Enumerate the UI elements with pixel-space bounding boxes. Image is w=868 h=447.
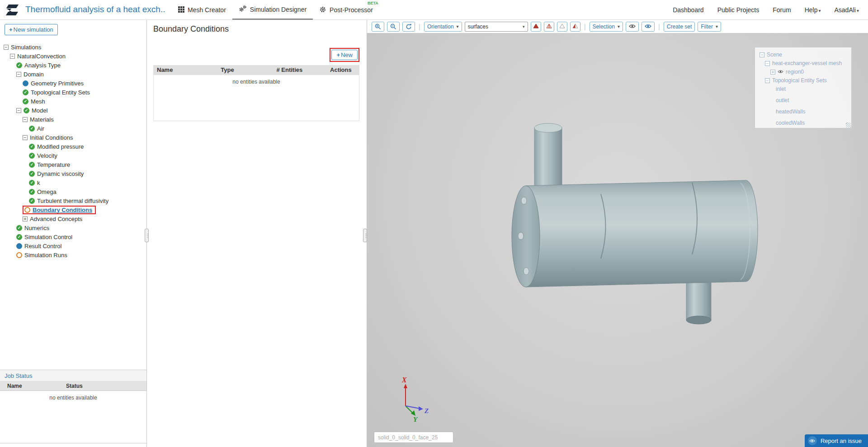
tree-item-result-control[interactable]: Result Control	[0, 241, 146, 250]
bc-table-header: NameType# EntitiesActions	[153, 65, 359, 75]
zoom-in-button[interactable]	[372, 22, 384, 32]
camera-eye-icon	[808, 436, 817, 445]
highlight-box-new: + New	[330, 48, 359, 62]
tree-item-k[interactable]: k	[0, 178, 146, 187]
tree-item-modified-pressure[interactable]: Modified pressure	[0, 142, 146, 151]
tab-label: Mesh Creator	[188, 6, 226, 14]
tab-simulation-designer[interactable]: Simulation Designer	[232, 0, 313, 20]
scene-mesh-item[interactable]: − heat-exchanger-vessel mesh	[765, 60, 851, 66]
hide-selection-button[interactable]	[626, 22, 639, 32]
scene-set-inlet[interactable]: inlet	[776, 86, 851, 92]
tree-item-label: Result Control	[24, 243, 61, 249]
main-nav: Mesh Creator Simulation Designer Post-Pr…	[172, 0, 379, 20]
scene-set-outlet[interactable]: outlet	[776, 97, 851, 104]
new-boundary-condition-button[interactable]: + New	[331, 50, 358, 60]
create-set-button[interactable]: Create set	[664, 22, 695, 32]
collapse-icon[interactable]: −	[760, 52, 764, 57]
tree-item-label: Simulations	[11, 44, 41, 51]
filter-dropdown[interactable]: Filter ▾	[698, 22, 721, 32]
view-mode-surface-button[interactable]	[557, 22, 567, 32]
tree-item-label: Initial Conditions	[30, 134, 73, 141]
scene-region-item[interactable]: + region0	[770, 69, 851, 75]
tree-item-turbulent-thermal-diffusivity[interactable]: Turbulent thermal diffusivity	[0, 196, 146, 205]
header-link-public-projects[interactable]: Public Projects	[717, 6, 760, 14]
surfaces-selected-value: surfaces	[468, 24, 488, 30]
tree-item-simulation-control[interactable]: Simulation Control	[0, 232, 146, 241]
tree-item-geometry-primitives[interactable]: Geometry Primitives	[0, 79, 146, 88]
tree-item-analysis-type[interactable]: Analysis Type	[0, 61, 146, 70]
selected-face-input[interactable]	[374, 432, 453, 443]
selection-label: Selection	[593, 24, 615, 30]
tree-item-numerics[interactable]: Numerics	[0, 223, 146, 232]
tree-item-air[interactable]: Air	[0, 124, 146, 133]
panel-splitter-handle[interactable]: ⋮	[363, 229, 367, 242]
tab-post-processor[interactable]: Post-Processor BETA	[313, 0, 379, 20]
tree-item-boundary-conditions[interactable]: Boundary Conditions	[0, 205, 146, 214]
resize-grip[interactable]	[846, 122, 851, 127]
tree-item-temperature[interactable]: Temperature	[0, 160, 146, 169]
render-canvas[interactable]: − Scene − heat-exchanger-vessel mesh + r…	[367, 33, 868, 447]
collapse-icon[interactable]: −	[10, 54, 15, 59]
collapse-icon[interactable]: −	[765, 61, 770, 66]
create-set-label: Create set	[667, 24, 692, 30]
tree-item-topological-entity-sets[interactable]: Topological Entity Sets	[0, 88, 146, 97]
header-link-forum[interactable]: Forum	[773, 6, 791, 14]
header-link-help[interactable]: Help▾	[805, 6, 821, 14]
tree-item-omega[interactable]: Omega	[0, 187, 146, 196]
expand-icon[interactable]: +	[23, 216, 28, 221]
scene-set-heatedwalls[interactable]: heatedWalls	[776, 108, 851, 115]
refresh-view-button[interactable]	[402, 22, 415, 32]
check-icon	[29, 162, 35, 168]
scene-tree-panel[interactable]: − Scene − heat-exchanger-vessel mesh + r…	[755, 47, 852, 128]
tree-item-simulation-runs[interactable]: Simulation Runs	[0, 250, 146, 259]
view-mode-solid-button[interactable]	[531, 22, 541, 32]
app-logo-icon[interactable]	[5, 3, 20, 17]
collapse-icon[interactable]: −	[23, 135, 28, 140]
expand-icon[interactable]: +	[770, 70, 775, 75]
plus-icon: +	[336, 52, 340, 58]
surfaces-select[interactable]: surfaces ▾	[465, 22, 528, 32]
tree-item-label: Advanced Concepts	[30, 216, 82, 222]
report-issue-button[interactable]: Report an issue	[805, 434, 868, 447]
tree-item-label: Materials	[30, 116, 54, 123]
highlight-box: Boundary Conditions	[23, 206, 96, 214]
tree-item-velocity[interactable]: Velocity	[0, 151, 146, 160]
tree-item-simulations[interactable]: −Simulations	[0, 42, 146, 52]
collapse-icon[interactable]: −	[16, 108, 21, 113]
new-simulation-button[interactable]: + New simulation	[5, 24, 58, 35]
view-mode-wireframe-button[interactable]	[544, 22, 554, 32]
tree-item-initial-conditions[interactable]: −Initial Conditions	[0, 133, 146, 142]
scene-set-label: inlet	[776, 86, 786, 92]
collapse-icon[interactable]: −	[23, 117, 28, 122]
tree-item-model[interactable]: −Model	[0, 106, 146, 115]
tab-mesh-creator[interactable]: Mesh Creator	[172, 0, 232, 20]
chevron-down-icon: ▾	[618, 24, 620, 29]
header-link-asadali[interactable]: AsadAli▾	[835, 6, 859, 14]
orientation-dropdown[interactable]: Orientation ▾	[424, 22, 462, 32]
show-all-button[interactable]	[642, 22, 655, 32]
tree-item-materials[interactable]: −Materials	[0, 115, 146, 124]
collapse-icon[interactable]: −	[4, 45, 9, 50]
check-icon	[24, 108, 29, 113]
sidebar-splitter-handle[interactable]: ⋮	[145, 229, 149, 242]
bc-table-empty: no entities available	[153, 75, 359, 121]
scene-root-item[interactable]: − Scene	[760, 52, 851, 58]
header-link-dashboard[interactable]: Dashboard	[673, 6, 704, 14]
boundary-conditions-panel: Boundary Conditions + New NameType# Enti…	[147, 20, 367, 447]
zoom-fit-button[interactable]	[387, 22, 400, 32]
visibility-eye-icon[interactable]	[778, 69, 783, 75]
tree-item-dynamic-viscosity[interactable]: Dynamic viscosity	[0, 169, 146, 178]
tree-item-domain[interactable]: −Domain	[0, 70, 146, 79]
view-mode-mixed-button[interactable]	[570, 22, 580, 32]
tree-item-mesh[interactable]: Mesh	[0, 97, 146, 106]
project-title[interactable]: Thermofluid analysis of a heat exch...	[25, 5, 165, 14]
outline-triangle-icon	[546, 24, 552, 30]
vessel-body[interactable]	[512, 180, 758, 287]
selection-dropdown[interactable]: Selection ▾	[590, 22, 623, 32]
collapse-icon[interactable]: −	[16, 72, 21, 77]
tree-item-advanced-concepts[interactable]: +Advanced Concepts	[0, 214, 146, 223]
tree-item-naturalconvection[interactable]: −NaturalConvection	[0, 52, 146, 61]
scene-topo-sets-item[interactable]: − Topological Entity Sets	[765, 77, 851, 84]
scene-set-cooledwalls[interactable]: cooledWalls	[776, 120, 851, 126]
collapse-icon[interactable]: −	[765, 78, 770, 83]
